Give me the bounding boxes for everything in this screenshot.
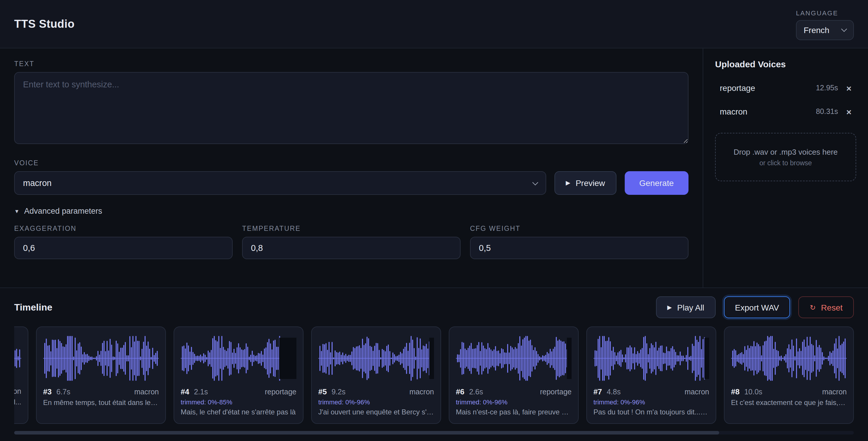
- clip-meta: #4 2.1s reportage: [181, 387, 297, 396]
- generate-button[interactable]: Generate: [624, 171, 688, 195]
- clip-text: Mais, le chef d'état ne s'arrête pas là: [181, 408, 297, 416]
- reset-button[interactable]: ↻ Reset: [799, 296, 854, 318]
- clip-trimmed: trimmed: 0%-96%: [593, 399, 709, 406]
- voice-name: macron: [720, 107, 816, 116]
- clip-duration: 6.7s: [56, 388, 70, 396]
- text-label: TEXT: [14, 60, 688, 67]
- voice-dropzone[interactable]: Drop .wav or .mp3 voices here or click t…: [715, 133, 856, 181]
- clip-voice: reportage: [540, 388, 571, 396]
- clip-card[interactable]: #3 6.7s macron En même temps, tout était…: [36, 326, 166, 424]
- voice-duration: 12.95s: [816, 84, 838, 92]
- waveform-graphic: [14, 333, 21, 384]
- preview-button[interactable]: ▶ Preview: [554, 171, 616, 195]
- language-block: LANGUAGE French: [796, 9, 854, 40]
- clip-meta: #7 4.8s macron: [593, 387, 709, 396]
- clip-id: #7: [593, 387, 602, 396]
- advanced-parameters-label: Advanced parameters: [24, 207, 102, 216]
- export-wav-button-label: Export WAV: [735, 303, 779, 312]
- clip-id: #8: [731, 387, 740, 396]
- param-cfg-weight-input[interactable]: [470, 237, 688, 259]
- trim-overlay: [705, 338, 709, 379]
- waveform-graphic: [456, 333, 571, 384]
- clip-id: #5: [318, 387, 327, 396]
- param-temperature-input[interactable]: [242, 237, 461, 259]
- reset-icon: ↻: [810, 304, 816, 311]
- clip-duration: 2.1s: [194, 388, 208, 396]
- language-label: LANGUAGE: [796, 9, 854, 16]
- param-exaggeration: EXAGGERATION: [14, 225, 232, 259]
- advanced-params: EXAGGERATION TEMPERATURE CFG WEIGHT: [14, 225, 688, 259]
- clip-text: Et c'est exactement ce que je fais, t...: [731, 399, 847, 407]
- text-input[interactable]: [14, 72, 688, 144]
- clip-meta: #5 9.2s macron: [318, 387, 434, 396]
- clip-voice: macron: [822, 388, 847, 396]
- clip-text: En même temps, tout était dans le n...: [43, 399, 159, 407]
- export-wav-button[interactable]: Export WAV: [724, 296, 790, 318]
- voice-select[interactable]: macron: [14, 171, 546, 195]
- voice-duration: 80.31s: [816, 107, 838, 116]
- clip-waveform: [181, 333, 297, 384]
- voice-list: reportage 12.95s × macron 80.31s ×: [715, 76, 856, 123]
- composer-panel: TEXT VOICE macron ▶ Preview Generate ▼ A…: [0, 49, 703, 287]
- param-temperature-label: TEMPERATURE: [242, 225, 461, 232]
- clip-meta: cron: [14, 387, 21, 396]
- clip-card[interactable]: cron o l...: [14, 326, 28, 424]
- app-window: TTS Studio LANGUAGE French TEXT VOICE ma…: [0, 0, 868, 441]
- clip-card[interactable]: #4 2.1s reportage trimmed: 0%-85% Mais, …: [174, 326, 304, 424]
- param-cfg-weight-label: CFG WEIGHT: [470, 225, 688, 232]
- clip-waveform: [731, 333, 847, 384]
- timeline-section: Timeline ▶ Play All Export WAV ↻ Reset: [0, 287, 868, 441]
- clip-voice: macron: [134, 388, 159, 396]
- clip-text: o l...: [14, 398, 21, 406]
- trim-overlay: [429, 338, 434, 379]
- language-select[interactable]: French: [796, 20, 854, 40]
- scrollbar-thumb[interactable]: [14, 431, 719, 435]
- clip-meta: #8 10.0s macron: [731, 387, 847, 396]
- generate-button-label: Generate: [639, 178, 674, 188]
- collapse-icon: ▼: [14, 208, 20, 214]
- clip-meta: #6 2.6s reportage: [456, 387, 571, 396]
- clip-card[interactable]: #8 10.0s macron Et c'est exactement ce q…: [724, 326, 854, 424]
- clip-waveform: [43, 333, 159, 384]
- play-icon: ▶: [667, 304, 672, 310]
- clip-duration: 2.6s: [469, 388, 483, 396]
- waveform-graphic: [731, 333, 847, 384]
- remove-voice-button[interactable]: ×: [846, 84, 851, 92]
- clip-trimmed: trimmed: 0%-96%: [318, 399, 434, 406]
- timeline-header: Timeline ▶ Play All Export WAV ↻ Reset: [0, 296, 868, 318]
- remove-voice-button[interactable]: ×: [846, 107, 851, 116]
- clip-card[interactable]: #5 9.2s macron trimmed: 0%-96% J'ai ouve…: [311, 326, 441, 424]
- clip-duration: 9.2s: [332, 388, 345, 396]
- preview-button-label: Preview: [576, 178, 605, 188]
- advanced-parameters-toggle[interactable]: ▼ Advanced parameters: [14, 207, 688, 216]
- clip-duration: 4.8s: [607, 388, 621, 396]
- param-temperature: TEMPERATURE: [242, 225, 461, 259]
- app-header: TTS Studio LANGUAGE French: [0, 0, 868, 49]
- clip-meta: #3 6.7s macron: [43, 387, 159, 396]
- clips-viewport: cron o l... #3 6.7s macron En même temps…: [14, 326, 854, 424]
- clip-voice: macron: [685, 388, 709, 396]
- clip-id: #4: [181, 387, 189, 396]
- clip-trimmed: trimmed: 0%-96%: [456, 399, 571, 406]
- clip-voice: reportage: [265, 388, 297, 396]
- dropzone-text: Drop .wav or .mp3 voices here: [723, 148, 848, 156]
- waveform-graphic: [593, 333, 709, 384]
- clip-card[interactable]: #7 4.8s macron trimmed: 0%-96% Pas du to…: [586, 326, 716, 424]
- timeline-title: Timeline: [14, 302, 656, 313]
- clip-trimmed: trimmed: 0%-85%: [181, 399, 297, 406]
- clip-waveform: [593, 333, 709, 384]
- play-all-button[interactable]: ▶ Play All: [656, 296, 715, 318]
- voice-item: macron 80.31s ×: [715, 100, 856, 123]
- timeline-buttons: ▶ Play All Export WAV ↻ Reset: [656, 296, 854, 318]
- clip-duration: 10.0s: [744, 388, 762, 396]
- timeline-scrollbar: [14, 431, 854, 435]
- clip-card[interactable]: #6 2.6s reportage trimmed: 0%-96% Mais n…: [449, 326, 579, 424]
- param-exaggeration-input[interactable]: [14, 237, 232, 259]
- voice-select-value: macron: [23, 178, 52, 188]
- chevron-down-icon: [841, 26, 847, 32]
- dropzone-subtext: or click to browse: [723, 159, 848, 166]
- clip-voice: cron: [14, 387, 21, 396]
- close-icon: ×: [846, 106, 851, 117]
- uploaded-voices-panel: Uploaded Voices reportage 12.95s × macro…: [703, 49, 868, 287]
- clip-id: #3: [43, 387, 52, 396]
